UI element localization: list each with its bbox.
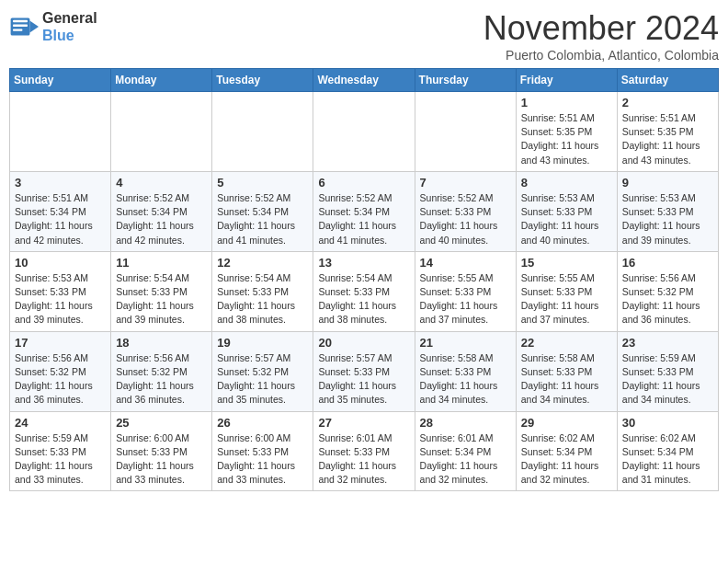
location: Puerto Colombia, Atlantico, Colombia xyxy=(483,48,719,63)
logo-icon xyxy=(9,12,39,41)
day-number: 1 xyxy=(521,96,612,109)
day-number: 22 xyxy=(521,336,612,350)
day-number: 26 xyxy=(217,416,308,430)
day-number: 19 xyxy=(217,336,308,350)
calendar-cell: 2Sunrise: 5:51 AM Sunset: 5:35 PM Daylig… xyxy=(617,92,718,172)
calendar-cell: 16Sunrise: 5:56 AM Sunset: 5:32 PM Dayli… xyxy=(617,251,718,331)
weekday-header: Wednesday xyxy=(313,69,415,92)
day-number: 2 xyxy=(622,96,713,109)
day-info: Sunrise: 5:59 AM Sunset: 5:33 PM Dayligh… xyxy=(15,431,106,488)
day-number: 15 xyxy=(521,256,612,270)
day-number: 21 xyxy=(420,336,511,350)
calendar-cell: 5Sunrise: 5:52 AM Sunset: 5:34 PM Daylig… xyxy=(212,171,313,251)
day-info: Sunrise: 6:02 AM Sunset: 5:34 PM Dayligh… xyxy=(521,431,612,488)
calendar-table: SundayMondayTuesdayWednesdayThursdayFrid… xyxy=(9,68,719,491)
day-info: Sunrise: 5:52 AM Sunset: 5:34 PM Dayligh… xyxy=(217,191,308,247)
day-info: Sunrise: 5:55 AM Sunset: 5:33 PM Dayligh… xyxy=(420,271,511,327)
calendar-cell: 26Sunrise: 6:00 AM Sunset: 5:33 PM Dayli… xyxy=(212,411,313,491)
day-info: Sunrise: 5:51 AM Sunset: 5:34 PM Dayligh… xyxy=(15,191,106,247)
day-info: Sunrise: 6:01 AM Sunset: 5:33 PM Dayligh… xyxy=(318,431,409,488)
calendar-cell xyxy=(10,92,111,172)
day-number: 3 xyxy=(15,176,106,190)
day-info: Sunrise: 5:53 AM Sunset: 5:33 PM Dayligh… xyxy=(15,271,106,327)
day-info: Sunrise: 5:56 AM Sunset: 5:32 PM Dayligh… xyxy=(15,351,106,408)
day-number: 20 xyxy=(318,336,409,350)
calendar-cell: 11Sunrise: 5:54 AM Sunset: 5:33 PM Dayli… xyxy=(111,251,212,331)
day-info: Sunrise: 6:00 AM Sunset: 5:33 PM Dayligh… xyxy=(116,431,207,488)
calendar-cell: 9Sunrise: 5:53 AM Sunset: 5:33 PM Daylig… xyxy=(617,171,718,251)
calendar-cell: 29Sunrise: 6:02 AM Sunset: 5:34 PM Dayli… xyxy=(516,411,617,491)
month-title: November 2024 xyxy=(483,9,719,48)
day-info: Sunrise: 5:58 AM Sunset: 5:33 PM Dayligh… xyxy=(420,351,511,408)
logo-blue: Blue xyxy=(42,27,97,44)
calendar-cell: 28Sunrise: 6:01 AM Sunset: 5:34 PM Dayli… xyxy=(415,411,516,491)
calendar-cell: 1Sunrise: 5:51 AM Sunset: 5:35 PM Daylig… xyxy=(516,92,617,172)
day-info: Sunrise: 5:53 AM Sunset: 5:33 PM Dayligh… xyxy=(521,191,612,247)
day-number: 11 xyxy=(116,256,207,270)
calendar-cell: 30Sunrise: 6:02 AM Sunset: 5:34 PM Dayli… xyxy=(617,411,718,491)
calendar-week-row: 17Sunrise: 5:56 AM Sunset: 5:32 PM Dayli… xyxy=(10,331,719,411)
day-number: 18 xyxy=(116,336,207,350)
day-info: Sunrise: 5:52 AM Sunset: 5:33 PM Dayligh… xyxy=(420,191,511,247)
day-info: Sunrise: 6:02 AM Sunset: 5:34 PM Dayligh… xyxy=(622,431,713,488)
day-info: Sunrise: 5:55 AM Sunset: 5:33 PM Dayligh… xyxy=(521,271,612,327)
day-info: Sunrise: 5:51 AM Sunset: 5:35 PM Dayligh… xyxy=(622,111,713,167)
day-info: Sunrise: 5:59 AM Sunset: 5:33 PM Dayligh… xyxy=(622,351,713,408)
day-number: 16 xyxy=(622,256,713,270)
calendar-cell: 10Sunrise: 5:53 AM Sunset: 5:33 PM Dayli… xyxy=(10,251,111,331)
calendar-cell xyxy=(111,92,212,172)
day-info: Sunrise: 5:52 AM Sunset: 5:34 PM Dayligh… xyxy=(318,191,409,247)
calendar-cell: 18Sunrise: 5:56 AM Sunset: 5:32 PM Dayli… xyxy=(111,331,212,411)
day-number: 12 xyxy=(217,256,308,270)
calendar-cell: 24Sunrise: 5:59 AM Sunset: 5:33 PM Dayli… xyxy=(10,411,111,491)
weekday-header: Thursday xyxy=(415,69,516,92)
day-info: Sunrise: 5:57 AM Sunset: 5:32 PM Dayligh… xyxy=(217,351,308,408)
calendar-cell: 6Sunrise: 5:52 AM Sunset: 5:34 PM Daylig… xyxy=(313,171,415,251)
day-number: 30 xyxy=(622,416,713,430)
day-number: 24 xyxy=(15,416,106,430)
day-number: 4 xyxy=(116,176,207,190)
weekday-header-row: SundayMondayTuesdayWednesdayThursdayFrid… xyxy=(10,69,719,92)
day-info: Sunrise: 6:01 AM Sunset: 5:34 PM Dayligh… xyxy=(420,431,511,488)
svg-rect-4 xyxy=(13,29,22,31)
logo-text: General Blue xyxy=(42,9,97,44)
day-info: Sunrise: 5:54 AM Sunset: 5:33 PM Dayligh… xyxy=(116,271,207,327)
calendar-cell: 17Sunrise: 5:56 AM Sunset: 5:32 PM Dayli… xyxy=(10,331,111,411)
weekday-header: Monday xyxy=(111,69,212,92)
calendar-cell: 27Sunrise: 6:01 AM Sunset: 5:33 PM Dayli… xyxy=(313,411,415,491)
calendar-week-row: 24Sunrise: 5:59 AM Sunset: 5:33 PM Dayli… xyxy=(10,411,719,491)
calendar-cell: 14Sunrise: 5:55 AM Sunset: 5:33 PM Dayli… xyxy=(415,251,516,331)
calendar-cell: 23Sunrise: 5:59 AM Sunset: 5:33 PM Dayli… xyxy=(617,331,718,411)
day-number: 6 xyxy=(318,176,409,190)
day-number: 8 xyxy=(521,176,612,190)
calendar-cell: 25Sunrise: 6:00 AM Sunset: 5:33 PM Dayli… xyxy=(111,411,212,491)
day-info: Sunrise: 5:57 AM Sunset: 5:33 PM Dayligh… xyxy=(318,351,409,408)
logo-general: General xyxy=(42,9,97,27)
logo: General Blue xyxy=(9,9,97,44)
calendar-cell: 8Sunrise: 5:53 AM Sunset: 5:33 PM Daylig… xyxy=(516,171,617,251)
calendar-cell xyxy=(415,92,516,172)
calendar-cell: 19Sunrise: 5:57 AM Sunset: 5:32 PM Dayli… xyxy=(212,331,313,411)
day-info: Sunrise: 5:53 AM Sunset: 5:33 PM Dayligh… xyxy=(622,191,713,247)
weekday-header: Sunday xyxy=(10,69,111,92)
day-number: 13 xyxy=(318,256,409,270)
weekday-header: Saturday xyxy=(617,69,718,92)
calendar-cell: 12Sunrise: 5:54 AM Sunset: 5:33 PM Dayli… xyxy=(212,251,313,331)
day-number: 10 xyxy=(15,256,106,270)
svg-rect-2 xyxy=(13,20,28,22)
day-number: 25 xyxy=(116,416,207,430)
calendar-cell xyxy=(212,92,313,172)
calendar-cell: 4Sunrise: 5:52 AM Sunset: 5:34 PM Daylig… xyxy=(111,171,212,251)
day-number: 5 xyxy=(217,176,308,190)
day-info: Sunrise: 5:54 AM Sunset: 5:33 PM Dayligh… xyxy=(217,271,308,327)
day-number: 28 xyxy=(420,416,511,430)
svg-marker-1 xyxy=(29,21,39,33)
calendar-week-row: 3Sunrise: 5:51 AM Sunset: 5:34 PM Daylig… xyxy=(10,171,719,251)
svg-rect-3 xyxy=(13,25,28,27)
calendar-cell xyxy=(313,92,415,172)
page-header: General Blue November 2024 Puerto Colomb… xyxy=(9,9,719,63)
calendar-week-row: 1Sunrise: 5:51 AM Sunset: 5:35 PM Daylig… xyxy=(10,92,719,172)
calendar-week-row: 10Sunrise: 5:53 AM Sunset: 5:33 PM Dayli… xyxy=(10,251,719,331)
day-number: 9 xyxy=(622,176,713,190)
day-number: 29 xyxy=(521,416,612,430)
